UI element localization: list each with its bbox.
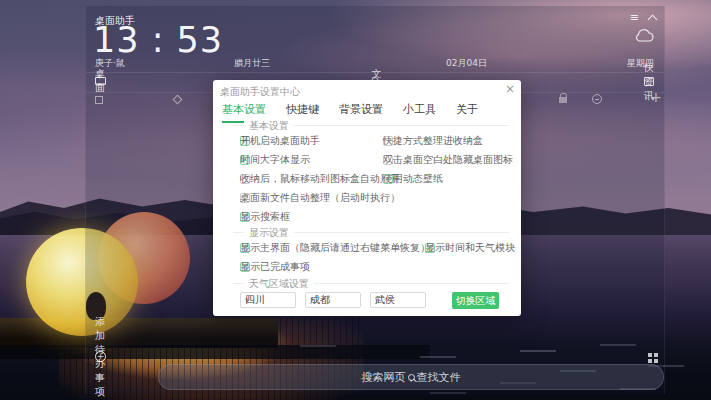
minus-circle-icon[interactable] — [592, 94, 602, 104]
checkbox-label: 显示已完成事项 — [240, 260, 310, 274]
menu-icon[interactable]: ≡ — [630, 12, 639, 23]
plus-icon[interactable]: + — [650, 89, 662, 105]
date: 02月04日 — [446, 57, 487, 70]
checkbox-dynamic-wallpaper[interactable]: 使用动态壁纸 — [383, 173, 393, 184]
weather-region-controls: 四川 ▾ 成都 ▾ 武侯 ▾ — [240, 292, 426, 308]
checkbox-label: 显示时间和天气模块 — [425, 241, 515, 255]
tab-background-settings[interactable]: 背景设置 — [339, 102, 383, 123]
add-todo-label: 添加待办事项 — [95, 315, 106, 399]
checkbox-label: 显示搜索框 — [240, 210, 290, 224]
checkbox-auto-organize-new-files[interactable]: 桌面新文件自动整理（启动时执行） — [240, 192, 250, 203]
province-value: 四川 — [245, 293, 265, 307]
display-left-column: 显示主界面（隐藏后请通过右键菜单恢复） 显示已完成事项 — [240, 242, 250, 272]
province-select[interactable]: 四川 ▾ — [240, 292, 296, 308]
water-light-streaks — [0, 0, 36, 2]
checkbox-show-main-ui[interactable]: 显示主界面（隐藏后请通过右键菜单恢复） — [240, 242, 250, 253]
checkbox-label: 快捷方式整理进收纳盒 — [383, 134, 483, 148]
search-placeholder: 搜索网页，查找文件 — [362, 370, 461, 385]
checkbox-label: 收纳后，鼠标移动到图标盒自动展开 — [240, 172, 400, 186]
section-legend: 天气区域设置 — [244, 277, 314, 291]
checkbox-label: 开机启动桌面助手 — [240, 134, 320, 148]
city-select[interactable]: 成都 ▾ — [305, 292, 361, 308]
basic-right-column: 快捷方式整理进收纳盒 双击桌面空白处隐藏桌面图标 使用动态壁纸 — [383, 135, 393, 184]
window-controls: ≡ — [630, 12, 656, 23]
lunar-date: 腊月廿三 — [234, 57, 270, 70]
add-todo-button[interactable]: 添加待办事项 — [95, 351, 106, 362]
tab-widgets[interactable]: 小工具 — [403, 102, 436, 123]
checkbox-show-completed-todos[interactable]: 显示已完成事项 — [240, 261, 250, 272]
section-display-settings: 显示设置 显示主界面（隐藏后请通过右键菜单恢复） 显示已完成事项 显示时间和天气… — [233, 232, 509, 278]
city-value: 成都 — [310, 293, 330, 307]
desktop-toggle[interactable]: 桌面 — [95, 77, 106, 85]
settings-dialog: 桌面助手设置中心 × 基本设置 快捷键 背景设置 小工具 关于 基本设置 开机启… — [213, 80, 521, 316]
checkbox-label: 显示主界面（隐藏后请通过右键菜单恢复） — [240, 241, 430, 255]
quick-news[interactable]: 快资讯 — [644, 77, 654, 86]
district-select[interactable]: 武侯 ▾ — [370, 292, 426, 308]
checkbox-show-search-box[interactable]: 显示搜索框 — [240, 211, 250, 222]
basic-left-column: 开机启动桌面助手 时间大字体显示 收纳后，鼠标移动到图标盒自动展开 桌面新文件自… — [240, 135, 250, 222]
time-display: 13 : 53 — [93, 20, 223, 60]
lock-icon[interactable] — [559, 97, 567, 103]
checkbox-label: 桌面新文件自动整理（启动时执行） — [240, 191, 400, 205]
bottom-search-bar[interactable]: 搜索网页，查找文件 — [158, 364, 664, 390]
grid-icon[interactable] — [648, 353, 652, 357]
weather-cloud-icon — [633, 28, 655, 42]
checkbox-double-click-hide-icons[interactable]: 双击桌面空白处隐藏桌面图标 — [383, 154, 393, 165]
display-right-column: 显示时间和天气模块 — [425, 242, 435, 253]
section-legend: 显示设置 — [244, 226, 294, 240]
checkbox-autostart[interactable]: 开机启动桌面助手 — [240, 135, 250, 146]
switch-region-button[interactable]: 切换区域 — [452, 292, 499, 309]
collapse-icon[interactable] — [648, 14, 658, 24]
section-weather-region: 天气区域设置 四川 ▾ 成都 ▾ 武侯 ▾ 切换区域 — [233, 283, 509, 313]
checkbox-large-time-font[interactable]: 时间大字体显示 — [240, 154, 250, 165]
tab-about[interactable]: 关于 — [456, 102, 478, 123]
checkbox-label: 时间大字体显示 — [240, 153, 310, 167]
close-icon[interactable]: × — [505, 83, 515, 95]
checkbox-show-time-weather[interactable]: 显示时间和天气模块 — [425, 242, 435, 253]
desktop-screen: 桌面助手 ≡ 13 : 53 庚子·鼠 腊月廿三 02月04日 星期四 桌面 文… — [0, 0, 711, 400]
checkbox-hover-expand-box[interactable]: 收纳后，鼠标移动到图标盒自动展开 — [240, 173, 250, 184]
checkbox-label: 双击桌面空白处隐藏桌面图标 — [383, 153, 513, 167]
desktop-toggle-label: 桌面 — [95, 67, 106, 95]
section-legend: 基本设置 — [244, 119, 294, 133]
widget-square-icon[interactable] — [95, 96, 103, 104]
dialog-title: 桌面助手设置中心 — [220, 85, 300, 99]
widget-diamond-icon[interactable] — [173, 95, 183, 105]
section-basic-settings: 基本设置 开机启动桌面助手 时间大字体显示 收纳后，鼠标移动到图标盒自动展开 桌… — [233, 125, 509, 227]
checkbox-shortcuts-to-box[interactable]: 快捷方式整理进收纳盒 — [383, 135, 393, 146]
district-value: 武侯 — [375, 293, 395, 307]
checkbox-label: 使用动态壁纸 — [383, 172, 443, 186]
